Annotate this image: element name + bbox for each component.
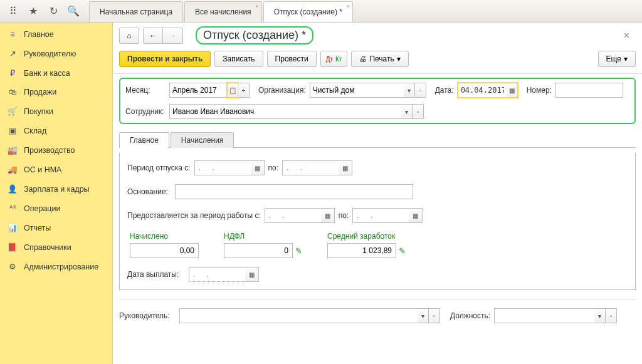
work-from-input[interactable] xyxy=(265,208,321,223)
print-button[interactable]: 🖨Печать▾ xyxy=(351,51,408,67)
ndfl-input[interactable] xyxy=(224,243,293,258)
sidebar-item-warehouse[interactable]: ▣Склад xyxy=(0,121,112,140)
month-picker-button[interactable]: 📋 xyxy=(227,83,238,98)
post-and-close-button[interactable]: Провести и закрыть xyxy=(119,51,211,67)
tab-start[interactable]: Начальная страница xyxy=(89,1,183,22)
write-button[interactable]: Записать xyxy=(214,51,263,67)
employee-dropdown-button[interactable]: ▾ xyxy=(401,104,413,119)
pay-date-label: Дата выплаты: xyxy=(127,270,185,279)
sidebar: ≡Главное ↗Руководителю ₽Банк и касса 🛍Пр… xyxy=(0,23,113,364)
number-input[interactable] xyxy=(555,83,623,98)
date-label: Дата: xyxy=(435,86,454,95)
content-header: ⌂ ← → Отпуск (создание) * × xyxy=(113,23,642,48)
grid-icon: ▣ xyxy=(8,126,18,135)
sidebar-item-main[interactable]: ≡Главное xyxy=(0,25,112,44)
pencil-icon[interactable]: ✎ xyxy=(295,246,302,256)
ruble-icon: ₽ xyxy=(8,68,18,78)
period-to-input[interactable] xyxy=(282,160,339,175)
work-to-label: по: xyxy=(339,211,349,220)
calendar-icon[interactable]: ▦ xyxy=(339,160,352,175)
chart-icon: ↗ xyxy=(8,49,18,58)
sidebar-item-assets[interactable]: 🚚ОС и НМА xyxy=(0,160,112,179)
calendar-icon[interactable]: ▦ xyxy=(409,208,423,223)
inner-tabs: Главное Начисления xyxy=(119,132,636,148)
manager-open-button[interactable]: ▫ xyxy=(429,308,440,323)
bars-icon: 📊 xyxy=(8,223,18,232)
position-dropdown-button[interactable]: ▾ xyxy=(594,308,606,323)
position-input[interactable] xyxy=(494,308,594,323)
post-button[interactable]: Провести xyxy=(267,51,317,67)
accrued-label: Начислено xyxy=(130,232,199,241)
command-bar: Провести и закрыть Записать Провести ДтК… xyxy=(113,48,642,74)
manager-input[interactable] xyxy=(179,308,418,323)
sidebar-item-sales[interactable]: 🛍Продажи xyxy=(0,83,112,101)
menu-icon: ≡ xyxy=(8,30,18,39)
position-open-button[interactable]: ▫ xyxy=(606,308,617,323)
chevron-down-icon: ▾ xyxy=(397,55,401,63)
debit-credit-icon: ᴬᴷ xyxy=(8,204,18,213)
tab-accruals[interactable]: Все начисления × xyxy=(184,1,262,22)
close-icon[interactable]: × xyxy=(624,30,629,41)
org-open-button[interactable]: ▫ xyxy=(415,83,426,98)
work-period-label: Предоставляется за период работы с: xyxy=(127,211,261,220)
history-icon[interactable]: ↻ xyxy=(44,3,63,20)
close-icon[interactable]: × xyxy=(255,3,258,9)
back-button[interactable]: ← xyxy=(143,28,163,44)
factory-icon: 🏭 xyxy=(8,145,18,155)
basis-label: Основание: xyxy=(127,187,171,196)
apps-icon[interactable]: ⠿ xyxy=(4,3,23,20)
org-input[interactable] xyxy=(310,83,404,98)
inner-tab-main[interactable]: Главное xyxy=(119,132,169,148)
employee-input[interactable] xyxy=(169,104,401,119)
cart-icon: 🛒 xyxy=(8,107,18,116)
month-input[interactable] xyxy=(169,83,227,98)
tab-pane-main: Период отпуска с: ▦ по: ▦ Основание: Пре… xyxy=(119,153,636,290)
pay-date-input[interactable] xyxy=(189,267,245,282)
sidebar-item-reports[interactable]: 📊Отчеты xyxy=(0,218,112,237)
sidebar-item-operations[interactable]: ᴬᴷОперации xyxy=(0,199,112,218)
date-input[interactable] xyxy=(458,83,507,98)
work-to-input[interactable] xyxy=(352,208,409,223)
app-top-toolbar: ⠿ ★ ↻ 🔍 Начальная страница Все начислени… xyxy=(0,0,642,23)
month-spin-button[interactable]: ÷ xyxy=(238,83,250,98)
basis-input[interactable] xyxy=(175,184,413,199)
sidebar-item-admin[interactable]: ⚙Администрирование xyxy=(0,257,112,276)
accrued-input[interactable] xyxy=(130,243,199,258)
home-button[interactable]: ⌂ xyxy=(119,28,139,44)
more-button[interactable]: Еще▾ xyxy=(598,51,636,67)
calendar-icon[interactable]: ▦ xyxy=(321,208,335,223)
close-icon[interactable]: × xyxy=(347,3,350,9)
forward-button[interactable]: → xyxy=(163,28,183,44)
sidebar-item-purchases[interactable]: 🛒Покупки xyxy=(0,101,112,121)
calendar-icon[interactable]: ▦ xyxy=(507,83,518,98)
sidebar-item-salary[interactable]: 👤Зарплата и кадры xyxy=(0,179,112,199)
star-icon[interactable]: ★ xyxy=(24,3,43,20)
search-icon[interactable]: 🔍 xyxy=(64,3,83,20)
pencil-icon[interactable]: ✎ xyxy=(399,246,406,256)
dt-kt-button[interactable]: ДтКт xyxy=(320,51,348,67)
sidebar-item-bank[interactable]: ₽Банк и касса xyxy=(0,63,112,83)
sidebar-item-catalogs[interactable]: 📕Справочники xyxy=(0,237,112,257)
number-label: Номер: xyxy=(527,86,552,95)
manager-dropdown-button[interactable]: ▾ xyxy=(418,308,429,323)
org-label: Организация: xyxy=(258,86,306,95)
period-from-input[interactable] xyxy=(194,160,251,175)
truck-icon: 🚚 xyxy=(8,165,18,174)
avg-label: Средний заработок xyxy=(327,232,396,241)
month-label: Месяц: xyxy=(125,86,166,95)
avg-input[interactable] xyxy=(327,243,396,258)
page-title: Отпуск (создание) * xyxy=(196,26,313,44)
inner-tab-accruals[interactable]: Начисления xyxy=(171,132,234,148)
org-dropdown-button[interactable]: ▾ xyxy=(404,83,415,98)
sidebar-item-manager[interactable]: ↗Руководителю xyxy=(0,44,112,63)
tab-vacation[interactable]: Отпуск (создание) * × xyxy=(263,1,353,22)
employee-label: Сотрудник: xyxy=(125,107,166,116)
sidebar-item-production[interactable]: 🏭Производство xyxy=(0,140,112,160)
employee-open-button[interactable]: ▫ xyxy=(413,104,424,119)
period-to-label: по: xyxy=(268,164,279,172)
header-fields-group: Месяц: 📋 ÷ Организация: ▾ ▫ Дата: xyxy=(119,78,636,124)
ndfl-label: НДФЛ xyxy=(224,232,293,241)
calendar-icon[interactable]: ▦ xyxy=(245,267,259,282)
calendar-icon[interactable]: ▦ xyxy=(251,160,265,175)
book-icon: 📕 xyxy=(8,242,18,252)
